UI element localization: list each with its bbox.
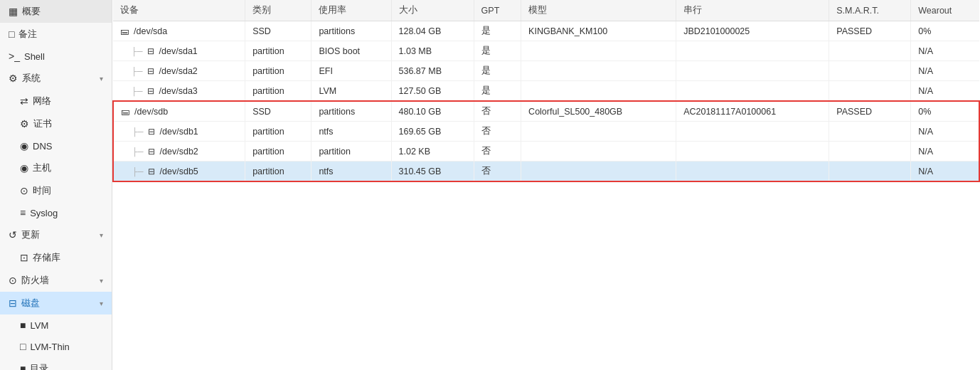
sidebar-item-catalog[interactable]: ■ 目录 — [0, 357, 112, 370]
sidebar: ▦ 概要 □ 备注 >_ Shell ⚙ 系统 ▾ ⇄ 网络 ⚙ 证书 ◉ DN… — [0, 0, 112, 370]
disk-icon: ⊟ — [9, 297, 17, 309]
device-name: /dev/sda2 — [159, 66, 198, 76]
backup-icon: □ — [9, 28, 14, 40]
cell-模型 — [521, 142, 676, 162]
table-row[interactable]: 🖴/dev/sdaSSDpartitions128.04 GB是KINGBANK… — [113, 21, 979, 41]
device-cell: 🖴/dev/sdb — [113, 101, 245, 122]
cell-Wearout: 0% — [911, 101, 979, 122]
sidebar-item-disk[interactable]: ⊟ 磁盘 ▾ — [0, 292, 112, 314]
cell-GPT: 否 — [474, 101, 521, 122]
device-cell: ├─⊟/dev/sdb2 — [113, 142, 245, 162]
cell-使用率: ntfs — [311, 162, 391, 182]
cell-串行 — [676, 142, 829, 162]
cell-大小: 480.10 GB — [391, 101, 474, 122]
cell-S.M.A.R.T. — [829, 41, 911, 61]
sidebar-item-network[interactable]: ⇄ 网络 — [0, 90, 112, 112]
cell-大小: 536.87 MB — [391, 61, 474, 81]
sidebar-item-storage[interactable]: ⊡ 存储库 — [0, 246, 112, 269]
sidebar-item-update[interactable]: ↺ 更新 ▾ — [0, 223, 112, 246]
sidebar-label-overview: 概要 — [22, 5, 103, 18]
sidebar-item-syslog[interactable]: ≡ Syslog — [0, 202, 112, 223]
overview-icon: ▦ — [9, 6, 18, 17]
sidebar-item-firewall[interactable]: ⊙ 防火墙 ▾ — [0, 269, 112, 292]
sidebar-label-host: 主机 — [33, 162, 103, 174]
sidebar-item-shell[interactable]: >_ Shell — [0, 46, 112, 67]
tree-connector-icon: ├─ — [132, 47, 143, 56]
sidebar-item-overview[interactable]: ▦ 概要 — [0, 0, 112, 23]
cell-S.M.A.R.T.: PASSED — [829, 21, 911, 41]
shell-icon: >_ — [9, 51, 20, 62]
cell-串行 — [676, 61, 829, 81]
cell-模型 — [521, 122, 676, 142]
device-name: /dev/sdb2 — [160, 147, 198, 157]
cell-大小: 127.50 GB — [391, 81, 474, 102]
syslog-icon: ≡ — [20, 207, 26, 218]
sidebar-label-network: 网络 — [33, 95, 103, 107]
table-row[interactable]: 🖴/dev/sdbSSDpartitions480.10 GB否Colorful… — [113, 101, 979, 122]
disk-icon: 🖴 — [120, 26, 129, 36]
expand-arrow-system: ▾ — [100, 75, 103, 83]
device-cell: ├─⊟/dev/sdb1 — [113, 122, 245, 142]
sidebar-item-backup[interactable]: □ 备注 — [0, 23, 112, 46]
table-row[interactable]: ├─⊟/dev/sdb2partitionpartition1.02 KB否N/… — [113, 142, 979, 162]
sidebar-item-host[interactable]: ◉ 主机 — [0, 157, 112, 179]
cell-类别: SSD — [245, 21, 311, 41]
col-header-GPT: GPT — [474, 0, 521, 21]
table-row[interactable]: ├─⊟/dev/sdb5partitionntfs310.45 GB否N/A — [113, 162, 979, 182]
cell-类别: partition — [245, 162, 311, 182]
device-name: /dev/sdb1 — [160, 127, 198, 137]
col-header-S.M.A.R.T.: S.M.A.R.T. — [829, 0, 911, 21]
table-body: 🖴/dev/sdaSSDpartitions128.04 GB是KINGBANK… — [113, 21, 979, 182]
cell-GPT: 否 — [474, 142, 521, 162]
cell-S.M.A.R.T. — [829, 122, 911, 142]
device-name: /dev/sda — [134, 26, 167, 36]
table-row[interactable]: ├─⊟/dev/sda1partitionBIOS boot1.03 MB是N/… — [113, 41, 979, 61]
sidebar-label-time: 时间 — [33, 184, 103, 197]
sidebar-item-dns[interactable]: ◉ DNS — [0, 135, 112, 157]
sidebar-item-system[interactable]: ⚙ 系统 ▾ — [0, 67, 112, 90]
storage-icon: ⊡ — [20, 252, 28, 263]
sidebar-item-cert[interactable]: ⚙ 证书 — [0, 112, 112, 135]
cell-Wearout: N/A — [911, 122, 979, 142]
col-header-大小: 大小 — [391, 0, 474, 21]
cell-GPT: 是 — [474, 41, 521, 61]
cell-模型: Colorful_SL500_480GB — [521, 101, 676, 122]
cell-串行 — [676, 41, 829, 61]
cell-使用率: ntfs — [311, 122, 391, 142]
cell-Wearout: 0% — [911, 21, 979, 41]
cell-模型 — [521, 61, 676, 81]
sidebar-item-time[interactable]: ⊙ 时间 — [0, 179, 112, 202]
host-icon: ◉ — [20, 162, 28, 174]
cell-模型 — [521, 41, 676, 61]
disk-icon: ⊟ — [148, 166, 155, 176]
cell-类别: partition — [245, 41, 311, 61]
cell-Wearout: N/A — [911, 162, 979, 182]
tree-connector-icon: ├─ — [132, 67, 143, 75]
table-header: 设备类别使用率大小GPT模型串行S.M.A.R.T.Wearout — [113, 0, 979, 21]
cell-Wearout: N/A — [911, 81, 979, 102]
sidebar-label-system: 系统 — [22, 72, 95, 85]
sidebar-item-lvm[interactable]: ■ LVM — [0, 314, 112, 336]
sidebar-label-syslog: Syslog — [30, 208, 103, 218]
cell-大小: 1.03 MB — [391, 41, 474, 61]
cell-串行 — [676, 162, 829, 182]
cell-类别: partition — [245, 122, 311, 142]
device-cell: ├─⊟/dev/sda1 — [113, 41, 245, 61]
system-icon: ⚙ — [9, 73, 18, 84]
col-header-使用率: 使用率 — [311, 0, 391, 21]
cell-GPT: 是 — [474, 81, 521, 102]
sidebar-label-update: 更新 — [21, 228, 95, 241]
cell-串行: JBD2101000025 — [676, 21, 829, 41]
cell-使用率: LVM — [311, 81, 391, 102]
cell-使用率: partitions — [311, 101, 391, 122]
sidebar-label-storage: 存储库 — [33, 251, 103, 264]
cell-Wearout: N/A — [911, 142, 979, 162]
device-name: /dev/sdb5 — [160, 166, 198, 176]
sidebar-item-lvm-thin[interactable]: □ LVM-Thin — [0, 336, 112, 357]
table-row[interactable]: ├─⊟/dev/sda2partitionEFI536.87 MB是N/A — [113, 61, 979, 81]
cell-模型: KINGBANK_KM100 — [521, 21, 676, 41]
table-row[interactable]: ├─⊟/dev/sda3partitionLVM127.50 GB是N/A — [113, 81, 979, 102]
cell-模型 — [521, 81, 676, 102]
col-header-Wearout: Wearout — [911, 0, 979, 21]
table-row[interactable]: ├─⊟/dev/sdb1partitionntfs169.65 GB否N/A — [113, 122, 979, 142]
